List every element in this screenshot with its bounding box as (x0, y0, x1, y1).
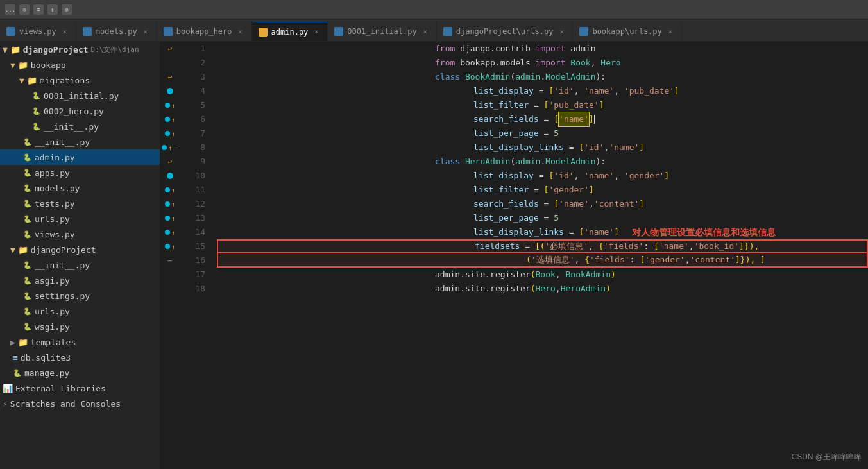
tab-close-ba-urls[interactable]: × (666, 27, 675, 36)
tab-close-bookapp-hero[interactable]: × (236, 27, 245, 36)
code-text: from django.contrib import admin from bo… (212, 42, 868, 469)
ln-10: 10 (180, 169, 205, 183)
sidebar-item-tests-py[interactable]: 🐍 tests.py (0, 196, 160, 211)
space (566, 56, 571, 70)
var-list-filter-5: list_filter (473, 98, 529, 112)
sidebar-item-db-sqlite[interactable]: ≡ db.sqlite3 (0, 350, 160, 365)
tab-0001-initial[interactable]: 0001_initial.py × (328, 22, 436, 41)
tab-label-ba-urls: bookapp\urls.py (592, 27, 661, 36)
str-pubdate-4: 'pub_date' (624, 84, 674, 98)
br-close-5: ] (599, 98, 604, 112)
br-open-4: [ (549, 84, 554, 98)
curly-16: { (584, 253, 590, 267)
eq-4: = (534, 84, 549, 98)
bookapp-arrow: ▼ (10, 60, 15, 70)
cn-bookadmin-17: BookAdmin (566, 268, 611, 282)
file-icon-wsgi: 🐍 (23, 323, 32, 331)
ln-5: 5 (180, 98, 205, 112)
sidebar-external-libraries[interactable]: 📊 External Libraries (0, 380, 160, 396)
kw-class-3: class (435, 70, 460, 84)
classname-hero: HeroAdmin (465, 155, 510, 169)
code-line-1: from django.contrib import admin (217, 42, 868, 56)
mod-bookapp: bookapp.models (460, 56, 531, 70)
parent-admin-9: admin (515, 155, 540, 169)
gutter-arr-6: ↑ (171, 116, 175, 123)
comma2-15: , (689, 239, 694, 253)
ln-3: 3 (180, 70, 205, 84)
tab-models-py[interactable]: models.py × (76, 22, 157, 41)
sidebar-project-root[interactable]: ▼ 📁 djangoProject D:\文件\djan (0, 42, 160, 57)
sidebar-item-init-bookapp[interactable]: 🐍 __init__.py (0, 134, 160, 149)
ln-13: 13 (180, 211, 205, 225)
tab-djangoproject-urls[interactable]: djangoProject\urls.py × (437, 22, 574, 41)
gutter-dot-5 (165, 103, 170, 108)
tab-admin-py[interactable]: admin.py × (252, 22, 328, 41)
cparen-17: ) (611, 268, 616, 282)
tab-icon-admin (259, 28, 268, 37)
icon-lines[interactable]: ≡ (33, 4, 44, 15)
gutter-arrow-9: ↩ (168, 158, 173, 166)
gutter-13: ↑ (160, 211, 180, 225)
var-ldl-14: list_display_links (473, 225, 564, 239)
tab-label-admin: admin.py (271, 28, 309, 37)
sidebar-item-wsgi[interactable]: 🐍 wsgi.py (0, 319, 160, 334)
icon-dots[interactable]: ... (5, 4, 15, 15)
sidebar-item-apps-py[interactable]: 🐍 apps.py (0, 165, 160, 180)
code-editor[interactable]: ↩ ↩ ↑ (160, 42, 868, 469)
sidebar-item-urls-djp[interactable]: 🐍 urls.py (0, 303, 160, 319)
sidebar-migrations-folder[interactable]: ▼ 📁 migrations (0, 72, 160, 88)
var-ld-10: list_display (473, 169, 534, 183)
sidebar-scratches[interactable]: ⚡ Scratches and Consoles (0, 396, 160, 411)
gutter-arr-8: ↑ (168, 144, 172, 151)
icon-arrows[interactable]: ↕ (47, 4, 58, 15)
tab-icon-dj-urls (443, 27, 452, 36)
sidebar-item-urls-bookapp[interactable]: 🐍 urls.py (0, 211, 160, 226)
tab-close-views[interactable]: × (60, 27, 69, 36)
icon-settings[interactable]: ⚙ (62, 4, 72, 15)
project-folder-icon: ▼ (3, 45, 8, 55)
code-line-2: from bookapp.models import Book , Hero (217, 56, 868, 70)
file-label-admin: admin.py (35, 153, 75, 162)
tab-bookapp-urls[interactable]: bookapp\urls.py × (573, 22, 681, 41)
tab-close-dj-urls[interactable]: × (557, 27, 566, 36)
kw-import-1: import (536, 42, 566, 56)
file-icon-manage: 🐍 (13, 369, 22, 377)
gutter-arr-13: ↑ (171, 215, 175, 222)
sidebar-item-asgi[interactable]: 🐍 asgi.py (0, 273, 160, 288)
sidebar-item-models-py[interactable]: 🐍 models.py (0, 180, 160, 196)
sidebar-item-0002-hero[interactable]: 🐍 0002_hero.py (0, 103, 160, 119)
file-label-0001: 0001_initial.py (44, 91, 119, 101)
sidebar-item-0001-initial[interactable]: 🐍 0001_initial.py (0, 88, 160, 103)
file-icon-urls-ba: 🐍 (23, 215, 32, 223)
sidebar-item-init-djp[interactable]: 🐍 __init__.py (0, 257, 160, 273)
gutter-2 (160, 56, 180, 70)
ln-4: 4 (180, 84, 205, 98)
icon-circle[interactable]: ⊙ (19, 4, 30, 15)
sidebar-item-manage[interactable]: 🐍 manage.py (0, 365, 160, 380)
sidebar-item-settings[interactable]: 🐍 settings.py (0, 288, 160, 303)
curly-15: { (599, 239, 604, 253)
tab-views-py[interactable]: views.py × (0, 22, 76, 41)
br-close-14: ] (614, 225, 619, 239)
gutter-dot-6 (165, 117, 170, 122)
var-lpp-13: list_per_page (473, 211, 539, 225)
sidebar-bookapp-folder[interactable]: ▼ 📁 bookapp (0, 57, 160, 72)
space (595, 56, 600, 70)
tab-close-admin[interactable]: × (312, 28, 321, 37)
tab-close-0001[interactable]: × (421, 27, 430, 36)
tab-close-models[interactable]: × (141, 27, 150, 36)
ext-lib-label: External Libraries (15, 384, 106, 393)
templates-folder-icon: 📁 (18, 337, 28, 347)
sidebar-item-admin-py[interactable]: 🐍 admin.py (0, 149, 160, 165)
sidebar-templates-folder[interactable]: ▶ 📁 templates (0, 334, 160, 350)
var-search-fields-6: search_fields (473, 112, 539, 126)
kw-import-2: import (536, 56, 566, 70)
br-open-5: [ (544, 98, 549, 112)
tab-bookapp-hero[interactable]: bookapp_hero × (157, 22, 252, 41)
sidebar-djangoproject-folder[interactable]: ▼ 📁 djangoProject (0, 242, 160, 257)
c1-4: , (574, 84, 584, 98)
sidebar-item-views-py[interactable]: 🐍 views.py (0, 226, 160, 242)
str-optional-16: '选填信息' (531, 253, 575, 267)
sidebar-item-init-migrations[interactable]: 🐍 __init__.py (0, 119, 160, 134)
ln-15: 15 (180, 239, 205, 253)
